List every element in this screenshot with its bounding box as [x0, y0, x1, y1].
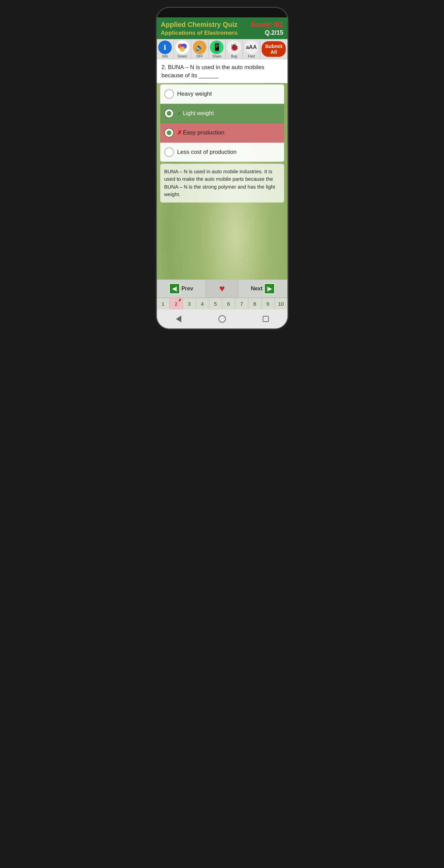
app-subtitle: Applications of Elastromers [161, 30, 238, 36]
options-area: Heavy weight ✓ Light weight ✗ Easy [160, 84, 284, 162]
option-b[interactable]: ✓ Light weight [160, 104, 284, 123]
heart-icon: ♥ [219, 283, 225, 294]
prev-start-icon: ◀| [169, 283, 180, 294]
sound-label: OFF [196, 54, 203, 58]
page-2[interactable]: 2 ✗ [170, 298, 183, 309]
android-navbar [157, 309, 287, 328]
font-button[interactable]: aAA Font [243, 39, 260, 59]
next-button[interactable]: Next |▶ [238, 279, 287, 298]
back-nav-button[interactable] [172, 313, 185, 325]
question-number: Q.2/15 [265, 29, 283, 36]
sound-icon: 🔊 [193, 41, 207, 54]
toolbar: ℹ Info Green 🔊 OFF [157, 39, 287, 59]
share-button[interactable]: 📱 Share [209, 39, 226, 59]
radio-c [164, 128, 174, 138]
page-5[interactable]: 5 [209, 298, 223, 309]
green-label: Green [178, 54, 187, 58]
score-display: Score: 0/1 [251, 21, 283, 29]
app-title: Applied Chemistry Quiz [161, 21, 238, 29]
page-10[interactable]: 10 [275, 298, 287, 309]
colors-icon [176, 41, 189, 54]
home-icon [218, 315, 226, 323]
sound-button[interactable]: 🔊 OFF [191, 39, 209, 59]
next-end-icon: |▶ [264, 283, 275, 294]
option-c-label: Easy production [183, 129, 225, 136]
question-text: 2. BUNA – N is used in the auto mobiles … [162, 64, 264, 79]
radio-b-inner [167, 111, 171, 116]
option-a-label: Heavy weight [177, 91, 212, 97]
content-wrapper: Applied Chemistry Quiz Score: 0/1 Applic… [157, 17, 287, 328]
option-b-label: Light weight [183, 110, 214, 117]
bottom-navigation: ◀| Prev ♥ Next |▶ [157, 279, 287, 298]
radio-c-inner [167, 130, 171, 135]
option-c[interactable]: ✗ Easy production [160, 123, 284, 143]
wrong-marker-2: ✗ [178, 298, 181, 303]
page-numbers-bar: 1 2 ✗ 3 4 5 6 7 [157, 298, 287, 309]
share-label: Share [212, 54, 221, 58]
radio-d [164, 147, 174, 157]
green-button[interactable]: Green [174, 39, 191, 59]
option-d[interactable]: Less cost of production [160, 143, 284, 162]
next-label: Next [251, 286, 263, 292]
check-mark-icon: ✓ [177, 110, 182, 116]
prev-button[interactable]: ◀| Prev [157, 279, 206, 298]
page-4[interactable]: 4 [196, 298, 209, 309]
option-a[interactable]: Heavy weight [160, 84, 284, 104]
header: Applied Chemistry Quiz Score: 0/1 Applic… [157, 17, 287, 39]
page-3[interactable]: 3 [183, 298, 196, 309]
submit-all-button[interactable]: Submit All [262, 41, 286, 57]
explanation-text: BUNA – N is used in auto mobile industri… [164, 168, 275, 197]
radio-b [164, 109, 174, 118]
app-container: Applied Chemistry Quiz Score: 0/1 Applic… [157, 17, 287, 328]
favorite-button[interactable]: ♥ [206, 279, 239, 298]
bg-filler [157, 205, 287, 279]
page-9[interactable]: 9 [262, 298, 275, 309]
x-mark-icon: ✗ [177, 129, 182, 136]
status-bar [157, 8, 287, 17]
font-label: Font [248, 54, 255, 58]
back-icon [176, 316, 181, 322]
page-7[interactable]: 7 [235, 298, 249, 309]
radio-a [164, 89, 174, 99]
page-8[interactable]: 8 [248, 298, 262, 309]
bug-icon: 🐞 [227, 41, 241, 54]
home-nav-button[interactable] [216, 313, 228, 325]
phone-frame: Applied Chemistry Quiz Score: 0/1 Applic… [156, 7, 289, 329]
share-icon: 📱 [210, 41, 224, 54]
info-icon: ℹ [158, 41, 172, 54]
info-button[interactable]: ℹ Info [157, 39, 174, 59]
bug-label: Bug [231, 54, 237, 58]
font-icon: aAA [245, 41, 258, 54]
recents-nav-button[interactable] [260, 313, 272, 325]
info-label: Info [162, 54, 168, 58]
page-1[interactable]: 1 [157, 298, 170, 309]
bug-button[interactable]: 🐞 Bug [226, 39, 243, 59]
page-6[interactable]: 6 [222, 298, 235, 309]
recents-icon [263, 316, 269, 322]
prev-label: Prev [181, 286, 193, 292]
explanation-area: BUNA – N is used in auto mobile industri… [160, 164, 284, 203]
question-area: 2. BUNA – N is used in the auto mobiles … [157, 59, 287, 83]
option-d-label: Less cost of production [177, 149, 237, 156]
svg-point-2 [180, 46, 185, 52]
notch [202, 10, 243, 16]
